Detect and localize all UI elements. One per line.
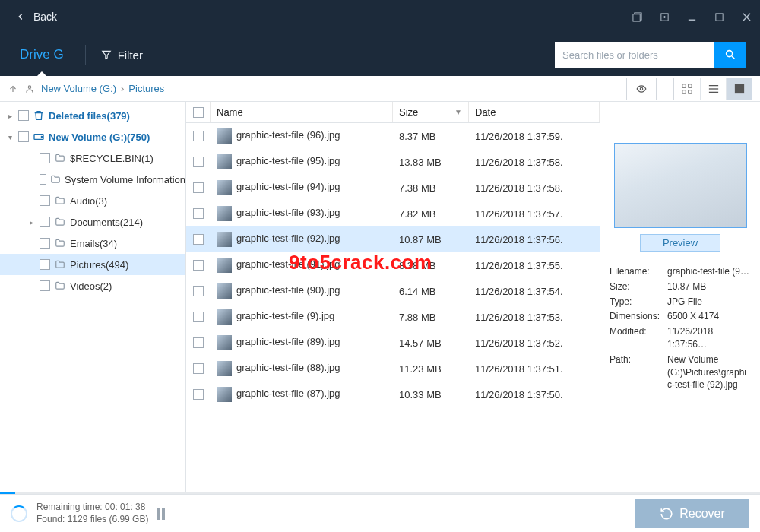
- view-details-button[interactable]: [726, 78, 752, 100]
- window-pin-button[interactable]: [651, 5, 678, 28]
- table-row[interactable]: graphic-test-file (95).jpg13.83 MB11/26/…: [186, 149, 600, 175]
- tree-item-deleted-files[interactable]: ▸ Deleted files(379): [0, 105, 185, 126]
- tree-item-new-volume[interactable]: ▾ New Volume (G:)(750): [0, 126, 185, 147]
- checkbox[interactable]: [18, 110, 29, 121]
- file-size-cell: 13.83 MB: [393, 157, 469, 168]
- svg-rect-15: [689, 90, 692, 93]
- file-name-cell: graphic-test-file (96).jpg: [211, 128, 393, 144]
- view-list-button[interactable]: [700, 78, 726, 100]
- tree-item[interactable]: Audio(3): [0, 190, 185, 211]
- tree-item[interactable]: Videos(2): [0, 275, 185, 296]
- window-close-button[interactable]: [733, 5, 760, 28]
- table-row[interactable]: graphic-test-file (96).jpg8.37 MB11/26/2…: [186, 123, 600, 149]
- folder-icon: [53, 152, 67, 164]
- folder-icon: [53, 258, 67, 271]
- eye-icon: [635, 84, 648, 94]
- restore-icon: [660, 507, 673, 521]
- file-date-cell: 11/26/2018 1:37:59.: [469, 131, 600, 142]
- meta-key: Path:: [610, 353, 667, 391]
- select-all-checkbox[interactable]: [193, 107, 204, 118]
- user-location-icon[interactable]: [24, 84, 35, 94]
- table-row[interactable]: graphic-test-file (88).jpg11.23 MB11/26/…: [186, 356, 600, 382]
- column-header-size[interactable]: Size▼: [393, 102, 469, 122]
- file-name-cell: graphic-test-file (87).jpg: [211, 387, 393, 402]
- tree-item[interactable]: ▸Documents(214): [0, 211, 185, 233]
- svg-point-10: [28, 85, 31, 88]
- tree-item[interactable]: Emails(34): [0, 233, 185, 254]
- table-row[interactable]: graphic-test-file (91).jpg8.38 MB11/26/2…: [186, 252, 600, 278]
- checkbox[interactable]: [40, 217, 50, 227]
- tree-item[interactable]: $RECYCLE.BIN(1): [0, 147, 185, 169]
- recover-button[interactable]: Recover: [635, 499, 749, 528]
- svg-point-3: [663, 16, 665, 17]
- checkbox[interactable]: [40, 238, 50, 249]
- filter-label: Filter: [118, 49, 143, 62]
- checkbox[interactable]: [193, 337, 204, 348]
- window-restore-small-button[interactable]: [623, 5, 651, 28]
- checkbox[interactable]: [193, 157, 204, 167]
- file-date-cell: 11/26/2018 1:37:58.: [469, 157, 600, 168]
- checkbox[interactable]: [18, 131, 29, 142]
- tree-label: $RECYCLE.BIN(1): [70, 153, 154, 164]
- chevron-right-icon[interactable]: ▸: [26, 218, 36, 226]
- folder-icon: [53, 195, 67, 207]
- breadcrumb-current[interactable]: Pictures: [128, 83, 164, 94]
- checkbox[interactable]: [193, 389, 204, 400]
- checkbox[interactable]: [193, 131, 204, 141]
- checkbox[interactable]: [40, 259, 50, 270]
- checkbox[interactable]: [40, 195, 50, 206]
- table-row[interactable]: graphic-test-file (93).jpg7.82 MB11/26/2…: [186, 201, 600, 226]
- checkbox[interactable]: [193, 312, 204, 322]
- chevron-down-icon[interactable]: ▾: [5, 133, 15, 141]
- chevron-right-icon: ›: [121, 83, 124, 94]
- separator: [85, 45, 86, 65]
- checkbox[interactable]: [193, 234, 204, 245]
- table-header: Name Size▼ Date: [186, 102, 600, 123]
- search-icon: [724, 49, 736, 61]
- chevron-right-icon[interactable]: ▸: [5, 112, 15, 120]
- file-size-cell: 7.88 MB: [393, 312, 469, 323]
- breadcrumb-root[interactable]: New Volume (G:): [41, 83, 116, 94]
- table-row[interactable]: graphic-test-file (94).jpg7.38 MB11/26/2…: [186, 175, 600, 201]
- checkbox[interactable]: [193, 286, 204, 296]
- scan-progress-bar: [0, 492, 760, 494]
- checkbox[interactable]: [193, 363, 204, 374]
- column-header-date[interactable]: Date: [469, 102, 600, 122]
- search-input[interactable]: [555, 42, 714, 68]
- pause-button[interactable]: [157, 508, 165, 520]
- preview-button[interactable]: Preview: [640, 234, 720, 252]
- nav-up-icon[interactable]: [8, 84, 18, 94]
- table-row[interactable]: graphic-test-file (92).jpg10.87 MB11/26/…: [186, 226, 600, 252]
- sort-desc-icon: ▼: [454, 108, 462, 116]
- search-box: [555, 42, 746, 68]
- window-minimize-button[interactable]: [678, 5, 705, 28]
- back-button[interactable]: Back: [0, 11, 72, 23]
- preview-toggle-button[interactable]: [626, 78, 657, 100]
- trash-icon: [32, 109, 46, 122]
- drive-tab[interactable]: Drive G: [14, 33, 70, 76]
- table-row[interactable]: graphic-test-file (87).jpg10.33 MB11/26/…: [186, 382, 600, 407]
- file-size-cell: 8.38 MB: [393, 260, 469, 271]
- file-size-cell: 6.14 MB: [393, 286, 469, 297]
- file-name-cell: graphic-test-file (88).jpg: [211, 361, 393, 376]
- tree-item[interactable]: System Volume Information: [0, 169, 185, 190]
- search-button[interactable]: [714, 42, 746, 68]
- checkbox[interactable]: [193, 260, 204, 271]
- table-row[interactable]: graphic-test-file (89).jpg14.57 MB11/26/…: [186, 330, 600, 356]
- file-name-cell: graphic-test-file (89).jpg: [211, 335, 393, 350]
- checkbox[interactable]: [40, 153, 50, 163]
- checkbox[interactable]: [193, 182, 204, 193]
- window-maximize-button[interactable]: [705, 5, 733, 28]
- checkbox[interactable]: [40, 280, 50, 291]
- view-grid-button[interactable]: [674, 78, 700, 100]
- meta-key: Dimensions:: [610, 310, 667, 323]
- filter-button[interactable]: Filter: [101, 49, 143, 62]
- thumbnail-icon: [217, 154, 232, 169]
- tree-label: Documents(214): [70, 217, 143, 228]
- table-row[interactable]: graphic-test-file (90).jpg6.14 MB11/26/2…: [186, 278, 600, 304]
- checkbox[interactable]: [193, 208, 204, 219]
- checkbox[interactable]: [40, 174, 46, 185]
- tree-item[interactable]: Pictures(494): [0, 254, 185, 275]
- column-header-name[interactable]: Name: [211, 102, 393, 122]
- table-row[interactable]: graphic-test-file (9).jpg7.88 MB11/26/20…: [186, 304, 600, 330]
